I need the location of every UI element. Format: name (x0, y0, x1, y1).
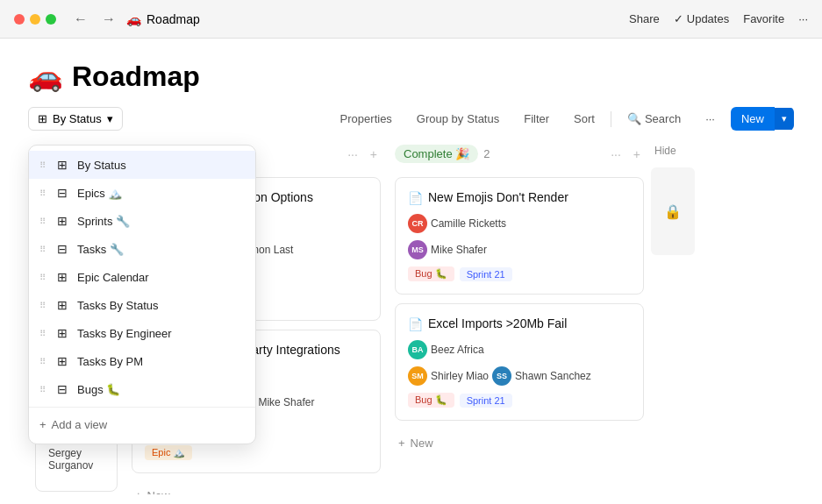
dropdown-item-tasks[interactable]: ⠿ ⊟ Tasks 🔧 ··· (29, 235, 255, 263)
updates-button[interactable]: ✓ Updates (674, 12, 729, 25)
drag-handle-icon: ⠿ (39, 188, 46, 198)
card-new-emojis-title-text: New Emojis Don't Render (428, 190, 568, 204)
new-card-label: New (411, 437, 433, 450)
dropdown-item-by-status[interactable]: ⠿ ⊞ By Status ··· (29, 151, 255, 179)
epics-icon: ⊟ (54, 186, 70, 200)
card-excel-avatars: BA Beez Africa (408, 340, 631, 359)
avatar: SS (492, 366, 511, 386)
new-card-in-progress[interactable]: + New (132, 482, 381, 494)
tasks-by-pm-icon: ⊞ (54, 354, 70, 368)
traffic-lights (14, 14, 56, 25)
complete-more-button[interactable]: ··· (607, 146, 625, 163)
bug-tag: Bug 🐛 (408, 393, 454, 408)
drag-handle-icon: ⠿ (39, 245, 46, 254)
sprints-label: Sprints 🔧 (77, 215, 227, 228)
dropdown-item-epics[interactable]: ⠿ ⊟ Epics 🏔️ ··· (29, 179, 255, 207)
dropdown-separator (29, 407, 255, 408)
card-excel-imports-title: 📄 Excel Imports >20Mb Fail (408, 316, 631, 331)
properties-button[interactable]: Properties (332, 108, 401, 130)
epic-calendar-label: Epic Calendar (77, 271, 227, 284)
card-excel-imports[interactable]: 📄 Excel Imports >20Mb Fail BA Beez Afric… (395, 303, 644, 421)
bug-tag: Bug 🐛 (408, 266, 454, 281)
drag-handle-icon: ⠿ (39, 301, 46, 310)
column-hidden-partial: Hide 🔒 (651, 141, 704, 494)
toolbar-left: ⊞ By Status ▾ (28, 107, 123, 131)
card-excel-imports-title-text: Excel Imports >20Mb Fail (428, 316, 567, 330)
sort-button[interactable]: Sort (565, 108, 604, 130)
maximize-button[interactable] (46, 14, 56, 25)
card-excel-avatars2: SM Shirley Miao SS Shawn Sanchez (408, 366, 631, 386)
epic-tag: Epic 🏔️ (145, 445, 192, 460)
titlebar: ← → 🚗 Roadmap Share ✓ Updates Favorite ·… (0, 0, 822, 39)
more-options-button[interactable]: ··· (697, 108, 724, 130)
tasks-by-pm-label: Tasks By PM (77, 355, 227, 368)
new-button-group: New ▾ (731, 107, 794, 131)
forward-button[interactable]: → (98, 10, 119, 29)
tasks-icon: ⊟ (54, 242, 70, 256)
search-icon: 🔍 (627, 112, 641, 125)
dropdown-item-tasks-by-status[interactable]: ⠿ ⊞ Tasks By Status ··· (29, 291, 255, 319)
close-button[interactable] (14, 14, 25, 25)
minimize-button[interactable] (30, 14, 40, 25)
titlebar-more-button[interactable]: ··· (798, 12, 808, 25)
dropdown-item-epic-calendar[interactable]: ⠿ ⊞ Epic Calendar ··· (29, 263, 255, 291)
page-title-text: Roadmap (72, 60, 200, 93)
add-view-label: Add a view (52, 418, 108, 431)
epic-calendar-icon: ⊞ (54, 270, 70, 284)
bugs-label: Bugs 🐛 (77, 383, 227, 396)
sprint-tag: Sprint 21 (460, 267, 512, 281)
dropdown-item-sprints[interactable]: ⠿ ⊞ Sprints 🔧 ··· (29, 207, 255, 235)
card-new-emojis-title: 📄 New Emojis Don't Render (408, 190, 631, 205)
bugs-icon: ⊟ (54, 382, 70, 396)
share-button[interactable]: Share (629, 12, 660, 25)
favorite-button[interactable]: Favorite (743, 12, 784, 25)
filter-button[interactable]: Filter (515, 108, 558, 130)
avatar-name: Sergey Surganov (48, 447, 104, 472)
new-card-complete[interactable]: + New (395, 429, 644, 457)
new-button-dropdown[interactable]: ▾ (775, 108, 794, 130)
titlebar-right: Share ✓ Updates Favorite ··· (629, 12, 808, 25)
in-progress-more-button[interactable]: ··· (344, 146, 361, 163)
complete-count: 2 (483, 147, 490, 160)
dropdown-item-tasks-by-engineer[interactable]: ⠿ ⊞ Tasks By Engineer ··· (29, 319, 255, 347)
avatar-name: Mike Shafer (258, 396, 314, 408)
doc-icon: 📄 (408, 317, 423, 331)
chevron-down-icon: ▾ (107, 112, 113, 125)
add-icon: + (39, 418, 46, 431)
view-label: By Status (53, 112, 102, 125)
page-title: 🚗 Roadmap (28, 60, 794, 93)
by-status-label: By Status (77, 159, 227, 172)
titlebar-text: Roadmap (147, 12, 200, 26)
sprints-icon: ⊞ (54, 214, 70, 228)
new-button[interactable]: New (731, 107, 775, 131)
doc-icon: 📄 (408, 191, 423, 205)
drag-handle-icon: ⠿ (39, 273, 46, 282)
view-selector[interactable]: ⊞ By Status ▾ (28, 107, 123, 131)
in-progress-add-button[interactable]: + (367, 146, 381, 163)
avatar: MS (408, 240, 427, 259)
page-emoji: 🚗 (28, 60, 63, 93)
search-button[interactable]: 🔍 Search (618, 108, 690, 130)
dropdown-item-bugs[interactable]: ⠿ ⊟ Bugs 🐛 ··· (29, 375, 255, 403)
plus-icon: + (398, 437, 405, 450)
sprint-tag: Sprint 21 (460, 394, 512, 408)
group-by-button[interactable]: Group by Status (408, 108, 508, 130)
column-complete-header: Complete 🎉 2 ··· + (395, 141, 644, 167)
dropdown-item-tasks-by-pm[interactable]: ⠿ ⊞ Tasks By PM ··· (29, 347, 255, 375)
complete-add-button[interactable]: + (630, 146, 644, 163)
card-excel-tags: Bug 🐛 Sprint 21 (408, 393, 631, 408)
epics-label: Epics 🏔️ (77, 187, 227, 200)
card-new-emojis[interactable]: 📄 New Emojis Don't Render CR Camille Ric… (395, 177, 644, 295)
tasks-label: Tasks 🔧 (77, 243, 227, 256)
titlebar-title: 🚗 Roadmap (126, 12, 200, 26)
add-view-button[interactable]: + Add a view (29, 411, 255, 438)
back-button[interactable]: ← (70, 10, 91, 29)
tasks-by-engineer-icon: ⊞ (54, 326, 70, 340)
card-third-party-tags: Epic 🏔️ (145, 445, 368, 460)
updates-label: Updates (687, 12, 729, 25)
view-icon: ⊞ (38, 112, 47, 125)
group-by-label: Group by (417, 112, 463, 125)
toolbar: ⊞ By Status ▾ Properties Group by Status… (0, 107, 822, 141)
avatar-name: Camille Ricketts (431, 217, 506, 230)
titlebar-left: ← → 🚗 Roadmap (14, 10, 200, 29)
